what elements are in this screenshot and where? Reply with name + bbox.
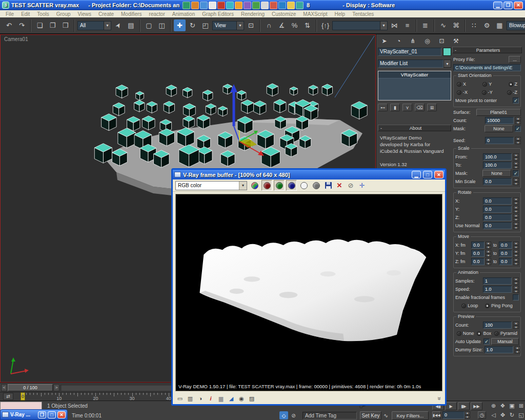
orientation-pos-option-y[interactable]: Y — [482, 82, 492, 87]
menu-tools[interactable]: Tools — [33, 11, 52, 17]
spin-up-icon[interactable]: ▲ — [515, 137, 521, 141]
fractional-frames-checkbox[interactable] — [513, 294, 519, 301]
spin-down[interactable]: ▼ — [465, 415, 470, 419]
object-color-swatch[interactable] — [443, 48, 451, 56]
spinner-snap-button[interactable]: ⇅ — [301, 19, 313, 31]
viewport-label[interactable]: Camera01 — [4, 36, 28, 42]
minimize-button[interactable]: ▁ — [493, 2, 502, 9]
make-unique-button[interactable]: ⋎ — [402, 104, 412, 111]
render-setup-button[interactable]: ⚙ — [481, 19, 493, 31]
radio-icon[interactable] — [482, 82, 487, 87]
chevron-down-icon[interactable]: ▼ — [104, 22, 111, 30]
quicklaunch-icon[interactable] — [209, 2, 216, 9]
quicklaunch-icon[interactable] — [252, 2, 260, 9]
menu-tentacles[interactable]: Tentacles — [349, 11, 377, 17]
spin-down-icon[interactable]: ▼ — [515, 121, 521, 125]
selection-filter-dropdown[interactable]: All▼ — [77, 21, 111, 30]
move-x-from-spinner[interactable]: ▲▼ — [486, 242, 491, 249]
menu-create[interactable]: Create — [95, 11, 117, 17]
maximize-viewport-icon[interactable]: ◱ — [517, 411, 525, 419]
spin-down-icon[interactable]: ▼ — [513, 326, 519, 329]
quicklaunch-icon[interactable] — [278, 2, 286, 9]
maximize-button[interactable]: □ — [48, 411, 56, 418]
move-x-to-spinner[interactable]: ▲▼ — [513, 242, 519, 249]
seed-spinner[interactable]: ▲▼ — [515, 137, 521, 144]
dummy-size-spinner[interactable]: ▲▼ — [515, 346, 520, 353]
curve-editor-button[interactable]: ∿ — [437, 19, 449, 31]
show-end-result-button[interactable]: ▮ — [390, 104, 400, 111]
spin-up-icon[interactable]: ▲ — [513, 162, 519, 165]
restore-button[interactable]: ❐ — [503, 2, 513, 9]
close-button[interactable]: ✕ — [434, 171, 443, 178]
window-crossing-button[interactable]: ◫ — [156, 19, 168, 31]
track-mouse-button[interactable]: ⊘ — [346, 181, 355, 190]
chevron-down-icon[interactable]: ▼ — [443, 59, 451, 68]
use-normal-field[interactable]: 0.0 — [483, 222, 512, 229]
speed-field[interactable]: 1.0 — [483, 286, 512, 293]
samples-spinner[interactable]: ▲▼ — [513, 277, 519, 285]
modifier-stack[interactable]: VRayScatter — [378, 71, 451, 101]
menu-customize[interactable]: Customize — [268, 11, 299, 17]
maximize-button[interactable]: □ — [423, 171, 432, 178]
spin-down-icon[interactable]: ▼ — [513, 166, 519, 169]
close-button[interactable]: ✕ — [57, 411, 66, 418]
align-button[interactable]: ≡ — [401, 19, 413, 31]
orientation-neg-option-y[interactable]: -Y — [482, 90, 493, 95]
about-rollout-header[interactable]: - About — [378, 125, 451, 131]
color-correction-icon[interactable]: ▨ — [248, 395, 255, 402]
radio-icon[interactable] — [457, 90, 461, 95]
spin-down-icon[interactable]: ▼ — [513, 202, 519, 205]
rotate-y-spinner[interactable]: ▲▼ — [513, 206, 519, 213]
spin-down-icon[interactable]: ▼ — [513, 246, 519, 249]
go-to-start-button[interactable]: ▮◀◀ — [432, 411, 441, 419]
rotate-x-spinner[interactable]: ▲▼ — [513, 197, 519, 205]
surface-button[interactable]: Plane01 — [476, 109, 521, 116]
spin-down-icon[interactable]: ▼ — [513, 218, 519, 222]
rotate-z-field[interactable]: 0.0 — [483, 214, 512, 221]
duplicate-to-max-icon[interactable]: ▭ — [176, 395, 184, 402]
quicklaunch-icon[interactable] — [287, 2, 295, 9]
spin-up-icon[interactable]: ▲ — [513, 197, 519, 201]
alpha-channel-button[interactable] — [298, 180, 309, 191]
isolate-selection-icon[interactable]: ◇ — [279, 411, 288, 419]
quicklaunch-icon[interactable] — [191, 2, 199, 9]
move-z-to-spinner[interactable]: ▲▼ — [513, 258, 519, 265]
scale-from-field[interactable]: 100.0 — [483, 153, 512, 161]
spin-up-icon[interactable]: ▲ — [513, 242, 519, 245]
quicklaunch-icon[interactable] — [183, 2, 190, 9]
info-icon[interactable]: i — [207, 395, 214, 402]
spin-up-icon[interactable]: ▲ — [513, 153, 519, 157]
object-name-field[interactable]: VRayScatter_01 — [378, 48, 441, 56]
move-y-from-spinner[interactable]: ▲▼ — [486, 250, 491, 257]
use-pivot-button[interactable]: ⊡ — [245, 19, 257, 31]
pan-icon[interactable]: ✥ — [498, 411, 507, 419]
arc-rotate-icon[interactable]: ↻ — [508, 411, 516, 419]
proxy-path-field[interactable]: C:\Documents and Settings\E — [453, 64, 521, 71]
mono-channel-button[interactable] — [311, 180, 321, 191]
speed-spinner[interactable]: ▲▼ — [513, 286, 519, 293]
menu-graph-editors[interactable]: Graph Editors — [198, 11, 237, 17]
spin-down-icon[interactable]: ▼ — [486, 262, 491, 266]
scale-from-spinner[interactable]: ▲▼ — [513, 153, 519, 161]
quicklaunch-icon[interactable] — [244, 2, 251, 9]
lens-effects-icon[interactable]: ◉ — [238, 395, 245, 402]
next-frame-button[interactable]: > — [53, 384, 59, 391]
mask-button[interactable]: None — [484, 125, 513, 132]
scale-to-field[interactable]: 100.0 — [483, 162, 512, 169]
spin-down-icon[interactable]: ▼ — [515, 350, 520, 354]
move-y-to-spinner[interactable]: ▲▼ — [513, 250, 519, 257]
select-rotate-button[interactable]: ↻ — [187, 19, 198, 31]
spin-up-icon[interactable]: ▲ — [513, 258, 519, 262]
spin-up-icon[interactable]: ▲ — [513, 206, 519, 209]
proxy-file-browse-button[interactable]: ... — [509, 56, 521, 63]
spin-down-icon[interactable]: ▼ — [513, 290, 519, 293]
menu-modifiers[interactable]: Modifiers — [117, 11, 146, 17]
pin-stack-button[interactable]: ⊷ — [378, 104, 388, 111]
keyboard-override-button[interactable]: {↑} — [319, 19, 331, 31]
spin-up-icon[interactable]: ▲ — [515, 117, 521, 121]
spin-up-icon[interactable]: ▲ — [515, 346, 520, 350]
quicklaunch-icon[interactable] — [296, 2, 304, 9]
zoom-icon[interactable]: ⊕ — [489, 402, 498, 410]
spin-up[interactable]: ▲ — [465, 411, 470, 415]
select-by-name-button[interactable]: ▤ — [125, 19, 137, 31]
